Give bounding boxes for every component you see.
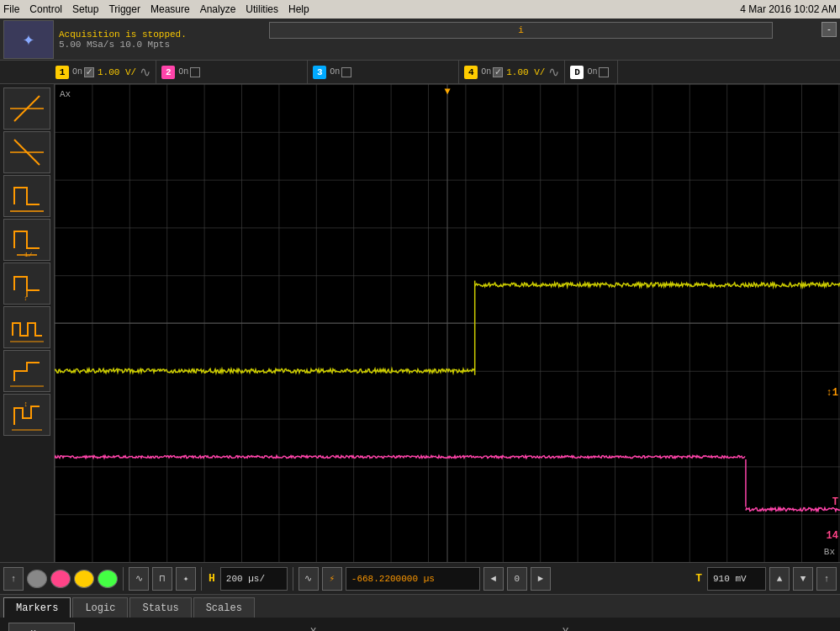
ch1-scale: 1.00 V/ [98,67,136,77]
topbar: ✦ Acquisition is stopped. 5.00 MSa/s 10.… [0,19,840,61]
sidebar-btn-arrows[interactable]: ↕ [3,262,50,305]
tb-waveform2-btn[interactable]: ⊓ [152,567,172,591]
channel-2-block[interactable]: 2 On [156,61,308,84]
ch2-on-label: On [178,67,188,77]
trigger-progress-bar: i [269,22,773,39]
tb-ch-circle-4[interactable] [98,570,118,588]
menubar: File Control Setup Trigger Measure Analy… [0,0,840,19]
svg-text:1/: 1/ [24,251,33,257]
menu-help[interactable]: Help [288,3,309,15]
minimize-button[interactable]: - [822,22,837,37]
sidebar-btn-vertical[interactable]: ↕ [3,394,50,436]
sidebar-btn-step[interactable] [3,350,50,392]
ch1-number: 1 [55,66,69,79]
main-area: 1/ ↕ ↕ [0,84,840,562]
trigger-t-marker: T [832,496,838,508]
waveform-display [55,84,840,562]
acq-rate: 5.00 MSa/s 10.0 Mpts [59,40,837,50]
menu-measure[interactable]: Measure [151,3,190,15]
menubar-items: File Control Setup Trigger Measure Analy… [3,3,309,15]
menu-file[interactable]: File [3,3,19,15]
ch4-on-label: On [481,67,491,77]
tb-brightness-btn[interactable]: ✦ [176,567,196,591]
trigger-label: i [518,25,524,35]
menu-control[interactable]: Control [29,3,62,15]
tb-trigger-icon[interactable]: ⚡ [322,567,342,591]
ch3-checkbox[interactable] [341,67,351,77]
ch2-checkbox[interactable] [190,67,200,77]
scope-label-bx: Bx [824,547,835,557]
menu-utilities[interactable]: Utilities [246,3,278,15]
sidebar-btn-pulse[interactable] [3,175,50,217]
meas-x-header: X [310,626,563,631]
channel-3-block[interactable]: 3 On [308,61,459,84]
toolbar-sep-2 [201,567,202,591]
menu-analyze[interactable]: Analyze [200,3,236,15]
svg-text:↕: ↕ [24,400,28,409]
ch4-checkbox[interactable]: ✓ [493,67,503,77]
tb-timebase[interactable]: 200 µs/ [220,567,288,591]
datetime: 4 Mar 2016 10:02 AM [740,3,837,15]
toolbar-sep-3 [293,567,293,591]
more-button[interactable]: More (1 of 2) [8,623,75,631]
tb-trigger-arrow-up[interactable]: ↑ [816,567,837,591]
tb-waveform-btn[interactable]: ∿ [129,567,149,591]
trigger-top-marker: ▼ [444,86,450,98]
tb-up-arrow[interactable]: ↑ [3,567,24,591]
sidebar-btn-diagonal[interactable] [3,87,50,130]
tb-ch-circle-2[interactable] [50,570,71,588]
ch1-on-label: On [72,67,82,77]
chD-number: D [570,66,584,79]
tab-logic[interactable]: Logic [72,597,128,618]
tb-trigger-up[interactable]: ▲ [769,567,790,591]
ch1-checkbox[interactable]: ✓ [84,67,94,77]
tb-ch-circle-3[interactable] [74,570,94,588]
measurements-buttons: More (1 of 2) Delete All [8,623,75,631]
ch1-right-marker: ↕1 [827,387,838,399]
channel-d-block[interactable]: D On [565,61,618,84]
tab-status[interactable]: Status [129,597,191,618]
tabs-row: Markers Logic Status Scales [0,594,840,618]
logo-icon: ✦ [23,27,34,51]
scope-label-ax: Ax [60,89,71,99]
scope-screen[interactable]: Ax Bx ▼ ↕1 T 14 [55,84,840,562]
measurements-area: More (1 of 2) Delete All X Y A——(1) = -2… [0,618,840,631]
tb-zero[interactable]: 0 [507,567,527,591]
sidebar-btn-diagonal2[interactable] [3,131,50,173]
tb-ch-circle-1[interactable] [27,570,47,588]
tb-wave-icon[interactable]: ∿ [298,567,319,591]
tb-trigger-down[interactable]: ▼ [793,567,813,591]
ch1-wave-icon: ∿ [140,64,151,81]
meas-y-header: Y [563,626,815,631]
ch2-number: 2 [161,66,175,79]
menu-setup[interactable]: Setup [72,3,98,15]
sidebar: 1/ ↕ ↕ [0,84,55,562]
channels-row: 1 On ✓ 1.00 V/ ∿ 2 On 3 On 4 On ✓ 1.00 V… [0,61,840,84]
measurements-table: X Y A——(1) = -200.0000000 ms Off screen … [75,623,832,631]
tb-t-label: T [695,572,702,585]
tab-scales[interactable]: Scales [193,597,255,618]
ch3-number: 3 [313,66,326,79]
toolbar-sep-1 [123,567,124,591]
tb-time-offset[interactable]: -668.2200000 µs [346,567,480,591]
tab-markers[interactable]: Markers [3,597,71,618]
tb-trigger-level[interactable]: 910 mV [707,567,766,591]
chD-checkbox[interactable] [599,67,609,77]
sidebar-btn-double-pulse[interactable] [3,306,50,348]
logo: ✦ [3,20,54,59]
sidebar-btn-pulse-count[interactable]: 1/ [3,219,50,261]
ch4-wave-icon: ∿ [548,64,559,81]
ch4-scale: 1.00 V/ [506,67,545,77]
bottom-toolbar: ↑ ∿ ⊓ ✦ H 200 µs/ ∿ ⚡ -668.2200000 µs ◄ … [0,562,840,594]
meas-label-header [92,626,310,631]
chD-on-label: On [587,67,597,77]
ch3-on-label: On [330,67,340,77]
ch4-14-marker: 14 [827,530,838,542]
tb-right-arrow[interactable]: ► [531,567,551,591]
channel-4-block[interactable]: 4 On ✓ 1.00 V/ ∿ [459,61,565,84]
channel-1-block[interactable]: 1 On ✓ 1.00 V/ ∿ [50,61,156,84]
tb-left-arrow[interactable]: ◄ [483,567,504,591]
tb-h-label: H [209,572,215,585]
svg-text:↕: ↕ [24,294,28,300]
menu-trigger[interactable]: Trigger [108,3,140,15]
